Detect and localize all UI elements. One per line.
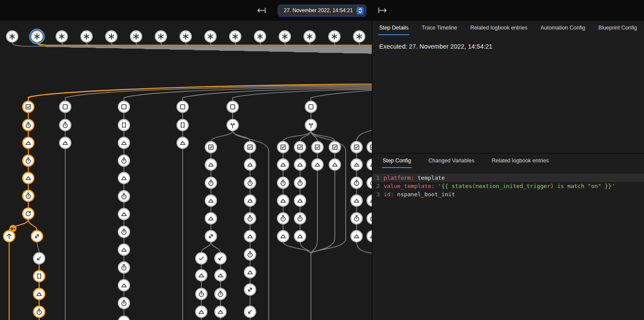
graph-node-trigger[interactable]	[354, 31, 365, 42]
graph-node-arrow-up[interactable]	[3, 231, 15, 242]
trace-graph-area[interactable]: 9+	[0, 21, 372, 320]
config-tab-related-logbook-entries[interactable]: Related logbook entries	[491, 154, 550, 168]
graph-node-trigger[interactable]	[56, 31, 67, 42]
graph-node-service[interactable]	[244, 231, 256, 242]
graph-node-delay[interactable]	[118, 155, 130, 166]
graph-node-square[interactable]	[118, 101, 130, 112]
graph-node-service[interactable]	[23, 172, 34, 184]
graph-node-service[interactable]	[277, 195, 289, 206]
graph-node-trigger[interactable]	[30, 30, 44, 44]
graph-node-condition[interactable]	[312, 142, 323, 153]
graph-node-service[interactable]	[351, 159, 362, 170]
graph-node-delay[interactable]	[351, 213, 362, 224]
graph-node-condition[interactable]	[351, 142, 362, 153]
graph-node-trigger[interactable]	[329, 31, 340, 42]
graph-node-service[interactable]	[205, 195, 217, 206]
graph-node-square[interactable]	[227, 101, 238, 112]
graph-node-delay[interactable]	[351, 177, 362, 188]
graph-node-arrow-down-left[interactable]	[215, 253, 226, 264]
graph-node-service[interactable]	[118, 244, 130, 255]
details-tab-blueprint-config[interactable]: Blueprint Config	[597, 21, 638, 35]
config-tab-step-config[interactable]: Step Config	[382, 154, 412, 168]
graph-node-delay[interactable]	[118, 297, 130, 309]
code-line-3[interactable]: 3id: nspanel_boot_init	[372, 190, 644, 198]
details-tab-automation-config[interactable]: Automation Config	[540, 21, 586, 35]
graph-node-trigger[interactable]	[155, 31, 167, 42]
graph-node-service[interactable]	[351, 195, 362, 206]
trace-select[interactable]: 27. November 2022, 14:54:21	[279, 6, 366, 16]
graph-node-square[interactable]	[305, 101, 317, 112]
graph-node-choose[interactable]	[227, 119, 238, 131]
next-trace-button[interactable]	[377, 6, 389, 15]
graph-node-arrow-down-left[interactable]	[33, 253, 45, 264]
graph-node-branch[interactable]	[205, 231, 217, 242]
graph-node-delay[interactable]	[294, 177, 306, 188]
graph-node-trigger[interactable]	[254, 31, 266, 42]
graph-node-trigger[interactable]	[279, 31, 290, 42]
graph-node-service[interactable]	[118, 172, 130, 184]
graph-node-delay[interactable]	[244, 213, 256, 224]
graph-node-delay[interactable]	[196, 288, 207, 300]
graph-node-delay[interactable]	[118, 226, 130, 238]
code-line-2[interactable]: 2value_template: '{{ states(nextion_init…	[372, 182, 644, 190]
graph-node-trigger[interactable]	[205, 31, 216, 42]
graph-node-condition[interactable]	[205, 142, 217, 153]
graph-node-delay[interactable]	[205, 177, 217, 188]
graph-node-choose[interactable]	[305, 119, 317, 131]
graph-node-trigger[interactable]	[81, 31, 92, 42]
graph-node-delay[interactable]	[215, 288, 226, 300]
graph-node-trigger[interactable]	[7, 31, 18, 42]
graph-node-service[interactable]	[33, 288, 45, 300]
graph-node-service[interactable]	[196, 306, 207, 317]
graph-node-branch[interactable]	[31, 231, 43, 242]
graph-node-delay[interactable]	[23, 119, 34, 131]
graph-node-delay[interactable]	[277, 213, 289, 224]
graph-node-delay[interactable]	[23, 190, 34, 201]
graph-node-repeat[interactable]	[23, 208, 34, 219]
graph-node-delay[interactable]	[244, 249, 256, 260]
graph-node-service[interactable]	[118, 208, 130, 220]
code-line-1[interactable]: 1platform: template	[372, 174, 644, 182]
graph-node-service[interactable]	[118, 280, 130, 291]
graph-node-service[interactable]	[118, 137, 130, 148]
graph-node-service[interactable]	[23, 137, 34, 148]
graph-node-service[interactable]	[294, 231, 306, 242]
details-tab-step-details[interactable]: Step Details	[378, 21, 409, 35]
graph-node-delay[interactable]	[277, 177, 289, 188]
graph-node-service[interactable]	[277, 231, 289, 242]
graph-node-condition[interactable]	[23, 101, 34, 112]
graph-node-trigger[interactable]	[106, 31, 117, 42]
details-tab-related-logbook-entries[interactable]: Related logbook entries	[469, 21, 528, 35]
config-tab-changed-variables[interactable]: Changed Variables	[427, 154, 475, 168]
graph-node-condition[interactable]	[244, 142, 256, 153]
graph-node-delay[interactable]	[367, 177, 372, 188]
graph-node-condition[interactable]	[367, 142, 372, 153]
graph-node-trigger[interactable]	[180, 31, 191, 42]
graph-node-service[interactable]	[351, 231, 362, 242]
graph-node-delay[interactable]	[118, 191, 130, 202]
graph-node-service[interactable]	[60, 137, 71, 148]
graph-node-service[interactable]	[312, 159, 323, 170]
graph-node-service[interactable]	[367, 159, 372, 170]
graph-node-service[interactable]	[205, 213, 217, 224]
code-editor[interactable]: 1platform: template2value_template: '{{ …	[372, 174, 644, 320]
graph-node-service[interactable]	[215, 270, 226, 281]
graph-node-delay[interactable]	[23, 155, 34, 166]
graph-node-service[interactable]	[367, 195, 372, 206]
graph-node-branch[interactable]	[244, 284, 256, 295]
graph-node-trigger[interactable]	[130, 31, 142, 42]
graph-node-brackets[interactable]	[33, 271, 45, 282]
graph-node-service[interactable]	[294, 195, 306, 206]
graph-node-service[interactable]	[367, 231, 372, 242]
graph-node-check[interactable]	[196, 253, 207, 264]
graph-node-service[interactable]	[177, 137, 188, 148]
previous-trace-button[interactable]	[255, 6, 267, 15]
graph-node-delay[interactable]	[33, 306, 45, 317]
graph-node-service[interactable]	[244, 159, 256, 170]
graph-node-delay[interactable]	[367, 213, 372, 224]
graph-node-trigger[interactable]	[230, 31, 241, 42]
graph-node-delay[interactable]	[244, 177, 256, 188]
graph-node-service[interactable]	[215, 306, 226, 317]
graph-node-service[interactable]	[294, 159, 306, 170]
graph-node-brackets[interactable]	[118, 119, 130, 131]
